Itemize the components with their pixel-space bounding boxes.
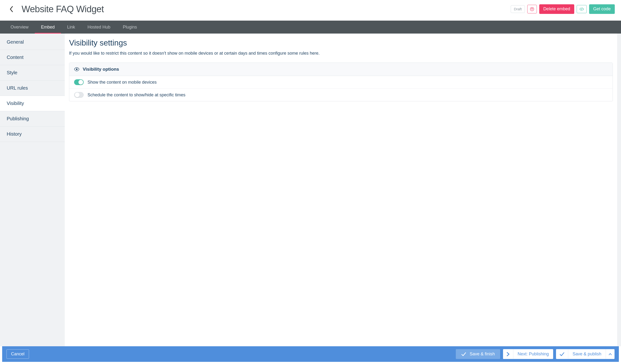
next-label: Next: Publishing — [513, 349, 553, 359]
check-icon — [461, 352, 466, 356]
cancel-button[interactable]: Cancel — [6, 349, 29, 359]
header-actions: Draft Delete embed Get code — [511, 4, 615, 14]
page-header: Website FAQ Widget Draft Delete embed Ge… — [0, 0, 621, 21]
save-publish-button[interactable]: Save & publish — [556, 349, 606, 359]
delete-embed-button[interactable]: Delete embed — [539, 4, 574, 14]
tab-hosted-hub[interactable]: Hosted Hub — [81, 21, 117, 33]
code-icon — [579, 7, 584, 11]
sidebar-item-general[interactable]: General — [0, 34, 65, 50]
draft-badge[interactable]: Draft — [511, 5, 525, 13]
sidebar-item-publishing[interactable]: Publishing — [0, 111, 65, 127]
save-finish-button[interactable]: Save & finish — [456, 349, 500, 359]
option-row-schedule: Schedule the content to show/hide at spe… — [69, 89, 613, 101]
sidebar-item-visibility[interactable]: Visibility — [0, 96, 65, 111]
panel-header: Visibility options — [69, 63, 613, 76]
svg-point-1 — [76, 68, 77, 70]
toggle-schedule[interactable] — [74, 92, 84, 98]
tab-plugins[interactable]: Plugins — [117, 21, 143, 33]
content-description: If you would like to restrict this conte… — [69, 51, 613, 56]
tab-link[interactable]: Link — [61, 21, 81, 33]
save-publish-dropdown[interactable] — [606, 349, 615, 359]
option-mobile-label: Show the content on mobile devices — [87, 80, 156, 85]
settings-sidebar: General Content Style URL rules Visibili… — [0, 33, 65, 346]
tab-overview[interactable]: Overview — [4, 21, 35, 33]
svg-point-0 — [530, 7, 534, 11]
next-button[interactable]: Next: Publishing — [503, 349, 553, 359]
eye-icon — [74, 67, 79, 71]
back-button[interactable] — [6, 4, 17, 14]
chevron-right-icon — [506, 352, 510, 357]
panel-title: Visibility options — [83, 66, 119, 72]
delete-icon-button[interactable] — [527, 5, 537, 13]
sidebar-item-url-rules[interactable]: URL rules — [0, 81, 65, 96]
chevron-left-icon — [9, 6, 14, 13]
tab-embed[interactable]: Embed — [35, 21, 61, 33]
code-icon-button[interactable] — [577, 5, 587, 13]
save-finish-label: Save & finish — [470, 351, 495, 357]
nav-tabs: Overview Embed Link Hosted Hub Plugins — [0, 21, 621, 33]
content-heading: Visibility settings — [69, 38, 613, 48]
sidebar-item-content[interactable]: Content — [0, 50, 65, 65]
sidebar-item-history[interactable]: History — [0, 127, 65, 142]
caret-up-icon — [609, 353, 612, 355]
toggle-mobile[interactable] — [74, 79, 84, 85]
check-icon — [559, 352, 565, 356]
page-title: Website FAQ Widget — [22, 4, 104, 14]
save-publish-label: Save & publish — [568, 349, 606, 359]
footer-bar: Cancel Save & finish Next: Publishing Sa… — [2, 346, 619, 362]
visibility-panel: Visibility options Show the content on m… — [69, 63, 613, 101]
sidebar-item-style[interactable]: Style — [0, 65, 65, 81]
option-row-mobile: Show the content on mobile devices — [69, 76, 613, 89]
option-schedule-label: Schedule the content to show/hide at spe… — [87, 93, 185, 98]
trash-icon — [530, 7, 534, 11]
get-code-button[interactable]: Get code — [589, 4, 615, 14]
main-content: Visibility settings If you would like to… — [65, 33, 621, 346]
